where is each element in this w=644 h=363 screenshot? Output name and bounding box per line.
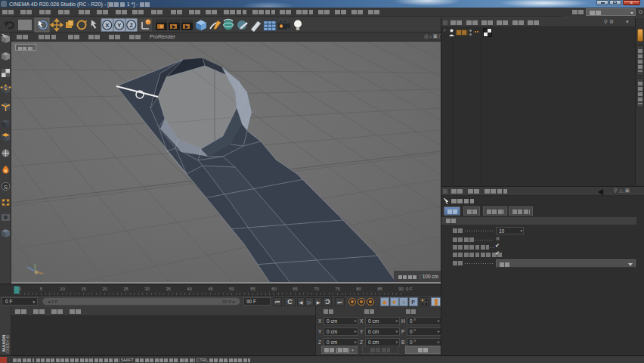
svg-text:Z: Z (129, 22, 133, 29)
svg-text:S: S (4, 184, 8, 191)
svg-text:X: X (105, 22, 109, 29)
svg-text:Y: Y (117, 22, 121, 29)
